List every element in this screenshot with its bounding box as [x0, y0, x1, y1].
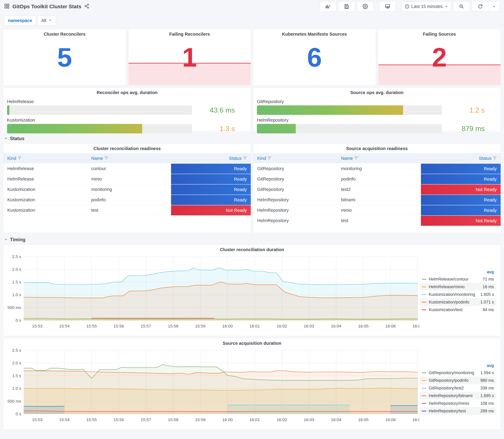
column-header-label: Kind — [7, 156, 16, 161]
refresh-icon — [478, 4, 483, 9]
cell-kind: HelmRepository — [253, 205, 337, 215]
column-header-label: Kind — [257, 156, 266, 161]
legend-series-avg: 338 ms — [480, 386, 494, 390]
add-panel-button[interactable] — [320, 1, 336, 12]
filter-icon[interactable] — [493, 156, 497, 161]
gauge-panel-title: Source ops avg. duration — [257, 88, 497, 96]
cell-kind: HelmRelease — [3, 174, 87, 184]
time-series-plot[interactable]: 0 s500 ms1.0 s1.5 s2.0 s2.5 s15:5315:541… — [3, 347, 419, 429]
svg-text:16:00: 16:00 — [222, 417, 233, 422]
cell-status: Ready — [171, 174, 251, 184]
legend-item[interactable]: HelmRelease/contour71 ms — [419, 275, 496, 283]
filter-icon[interactable] — [354, 156, 358, 161]
cell-kind: HelmRelease — [3, 164, 87, 174]
chevron-down-icon — [444, 5, 448, 8]
legend-series-marker — [422, 403, 426, 404]
svg-text:16:02: 16:02 — [277, 417, 287, 422]
chevron-down-icon — [48, 18, 52, 23]
legend-avg-header[interactable]: avg — [419, 269, 496, 275]
legend-item[interactable]: GitRepository/test2338 ms — [419, 384, 496, 392]
share-dashboard-icon[interactable] — [84, 3, 89, 9]
column-header-kind[interactable]: Kind — [253, 153, 337, 163]
filter-icon[interactable] — [243, 156, 247, 161]
cycle-view-mode-button[interactable] — [379, 1, 396, 12]
stat-panel-0: Cluster Reconcilers5 — [3, 29, 126, 85]
svg-text:15:53: 15:53 — [32, 417, 42, 422]
column-header-name[interactable]: Name — [337, 153, 421, 163]
legend-item[interactable]: Kustomization/monitoring1.605 s — [419, 291, 496, 298]
gauge-row: HelmRepository879 ms — [257, 118, 497, 133]
svg-text:15:53: 15:53 — [32, 324, 42, 328]
table-row: HelmRepositoryminioReady — [253, 205, 501, 215]
svg-text:16:04: 16:04 — [331, 324, 341, 328]
legend-series-marker — [422, 372, 426, 373]
cell-kind: Kustomization — [3, 205, 87, 215]
chart-body: 0 s500 ms1.0 s1.5 s2.0 s2.5 s15:5315:541… — [3, 254, 501, 336]
gauge-fill — [7, 124, 142, 133]
svg-text:15:54: 15:54 — [59, 417, 70, 422]
legend-item[interactable]: GitRepository/monitoring1.594 s — [419, 369, 496, 377]
column-header-name[interactable]: Name — [87, 153, 171, 163]
filter-icon[interactable] — [105, 156, 108, 161]
legend-series-name: Kustomization/test — [429, 307, 483, 312]
column-header-status[interactable]: Status — [171, 153, 251, 163]
zoom-out-time-button[interactable] — [453, 1, 470, 12]
svg-text:16:03: 16:03 — [304, 324, 314, 328]
gauge-row: HelmRelease43.6 ms — [7, 99, 247, 115]
gauge-value: 43.6 ms — [197, 106, 247, 114]
legend-item[interactable]: HelmRepository/bitnami1.695 s — [419, 392, 496, 400]
dashboard-settings-button[interactable] — [357, 1, 373, 12]
table-row: HelmReleaseminioReady — [3, 174, 251, 184]
legend-series-marker — [422, 279, 426, 280]
svg-text:1.5 s: 1.5 s — [12, 374, 21, 378]
column-header-status[interactable]: Status — [421, 153, 501, 163]
dashboard-header: GitOps Toolkit Cluster Stats Last 15 min… — [3, 0, 501, 13]
gauge-track — [7, 105, 192, 115]
gauge-fill — [257, 124, 296, 133]
gauges-row: Reconciler ops avg. durationHelmRelease4… — [3, 87, 501, 132]
table-panel-0: Cluster reconciliation readinessKindName… — [3, 144, 251, 233]
filter-icon[interactable] — [268, 156, 271, 161]
legend-item[interactable]: GitRepository/podinfo980 ms — [419, 377, 496, 384]
legend-item[interactable]: Kustomization/test84 ms — [419, 306, 496, 314]
table-row: HelmRepositorybitnamiReady — [253, 195, 501, 205]
legend-series-avg: 289 ms — [480, 409, 494, 414]
svg-text:1.0 s: 1.0 s — [12, 386, 21, 391]
section-status[interactable]: Status — [4, 136, 500, 141]
svg-text:2.0 s: 2.0 s — [12, 267, 21, 272]
legend-item[interactable]: HelmRepository/test289 ms — [419, 407, 496, 415]
legend-series-avg: 1.695 s — [480, 393, 494, 398]
variable-namespace-value[interactable]: All — [37, 16, 56, 25]
section-timing[interactable]: Timing — [4, 237, 500, 243]
legend-item[interactable]: HelmRelease/minio16 ms — [419, 283, 496, 291]
cell-name: test2 — [337, 184, 421, 195]
variable-namespace-label[interactable]: namespace — [4, 16, 36, 25]
svg-text:2.5 s: 2.5 s — [12, 255, 21, 259]
stat-value: 1 — [128, 44, 251, 71]
dashboard-grid-icon[interactable] — [4, 3, 10, 10]
gauge-row-bar: 1.2 s — [257, 105, 497, 115]
refresh-interval-button[interactable] — [488, 1, 500, 12]
cell-status: Ready — [421, 195, 501, 205]
filter-icon[interactable] — [18, 156, 21, 161]
refresh-button[interactable] — [472, 1, 488, 12]
gauge-row-bar: 879 ms — [257, 124, 497, 133]
legend-series-marker — [422, 309, 426, 310]
legend-item[interactable]: HelmRepository/minio108 ms — [419, 400, 496, 407]
svg-text:0 s: 0 s — [16, 412, 21, 416]
gauge-panel-1: Source ops avg. durationGitRepository1.2… — [253, 87, 501, 132]
save-icon — [344, 4, 349, 9]
svg-text:15:59: 15:59 — [195, 417, 206, 422]
time-range-picker[interactable]: Last 15 minutes — [402, 1, 451, 12]
save-dashboard-button[interactable] — [338, 1, 355, 12]
zoom-out-icon — [459, 4, 464, 9]
legend-avg-header[interactable]: avg — [419, 362, 496, 369]
legend-series-name: HelmRepository/test — [429, 409, 480, 414]
gauge-fill — [7, 105, 9, 115]
time-series-plot[interactable]: 0 s500 ms1.0 s1.5 s2.0 s2.5 s15:5315:541… — [3, 254, 419, 336]
table-row: KustomizationtestNot Ready — [3, 205, 251, 215]
legend-item[interactable]: Kustomization/podinfo1.071 s — [419, 298, 496, 306]
column-header-kind[interactable]: Kind — [3, 153, 87, 163]
charts-area: Cluster reconciliation duration0 s500 ms… — [3, 244, 501, 430]
gauge-row-bar: 1.3 s — [7, 124, 247, 133]
